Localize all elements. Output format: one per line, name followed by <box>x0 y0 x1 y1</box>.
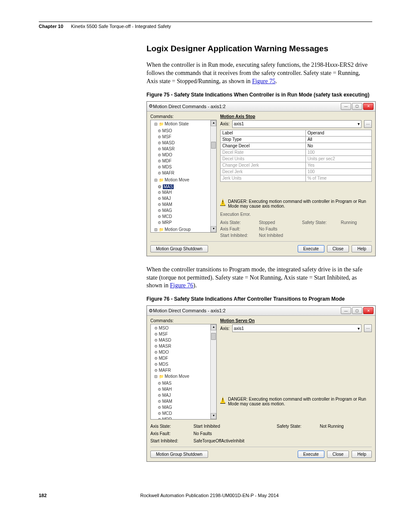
help-button[interactable]: Help <box>352 451 372 458</box>
intro-paragraph-1: When the controller is in Run mode, exec… <box>146 61 372 86</box>
tree-item[interactable]: MAG <box>156 404 216 411</box>
minimize-button[interactable]: — <box>341 307 351 314</box>
chevron-down-icon: ▾ <box>358 326 360 331</box>
close-button[interactable]: ✕ <box>363 307 374 314</box>
scroll-up-icon[interactable]: ▴ <box>211 324 216 330</box>
axis-combobox[interactable]: axis1 ▾ <box>232 120 361 128</box>
tree-item[interactable]: MSF <box>153 331 216 337</box>
warning-icon: ! <box>220 199 225 206</box>
tree-item[interactable]: MAFR <box>153 367 216 373</box>
chapter-label: Chapter 10 <box>39 24 63 29</box>
tree-folder-motion-state[interactable]: Motion State MSO MSF MASD MASR MDO MDF M… <box>153 121 216 177</box>
tree-item[interactable]: MDS <box>153 361 216 367</box>
tree-item[interactable]: MASR <box>156 146 216 152</box>
chevron-down-icon: ▾ <box>358 121 360 126</box>
chapter-title: Kinetix 5500 Safe Torque-off - Integrate… <box>71 24 171 29</box>
maximize-button[interactable]: ▢ <box>352 103 362 110</box>
tree-folder-motion-group[interactable]: Motion Group MGS MGSD MGSR MGSP MAW <box>153 227 216 233</box>
tree-item[interactable]: MRP <box>156 417 216 420</box>
tree-item[interactable]: MAS <box>156 380 216 386</box>
danger-warning: ! DANGER: Executing motion command with … <box>220 397 372 406</box>
tree-item[interactable]: MAM <box>156 202 216 208</box>
tree-item[interactable]: MASR <box>153 343 216 349</box>
motion-group-shutdown-button[interactable]: Motion Group Shutdown <box>150 245 208 252</box>
tree-item[interactable]: MDO <box>156 152 216 158</box>
panel-heading: Motion Servo On <box>220 318 372 323</box>
tree-item[interactable]: MAH <box>156 190 216 196</box>
dialog-titlebar: ⚙ Motion Direct Commands - axis1:2 — ▢ ✕ <box>147 306 375 316</box>
dialog-title: Motion Direct Commands - axis1:2 <box>153 308 341 313</box>
axis-combobox[interactable]: axis1 ▾ <box>232 324 361 332</box>
scroll-up-icon[interactable]: ▴ <box>211 120 216 126</box>
tree-item[interactable]: MAG <box>156 208 216 214</box>
axis-label: Axis: <box>220 121 230 126</box>
tree-scrollbar[interactable]: ▴ ▾ <box>210 120 216 232</box>
panel-heading: Motion Axis Stop <box>220 114 372 119</box>
minimize-button[interactable]: — <box>341 103 351 110</box>
commands-label: Commands: <box>150 318 217 323</box>
scroll-thumb[interactable] <box>211 142 216 149</box>
tree-item[interactable]: MCD <box>156 411 216 417</box>
intro-paragraph-2: When the controller transitions to Progr… <box>146 266 372 290</box>
scroll-thumb[interactable] <box>211 333 216 340</box>
gear-icon: ⚙ <box>149 308 153 314</box>
tree-scrollbar[interactable]: ▴ ▾ <box>210 324 216 419</box>
tree-item[interactable]: MASD <box>153 337 216 343</box>
warning-icon: ! <box>220 397 225 404</box>
browse-button[interactable]: … <box>364 120 372 128</box>
tree-item[interactable]: MSO <box>153 325 216 331</box>
execute-button[interactable]: Execute <box>298 245 324 252</box>
tree-item[interactable]: MDO <box>153 349 216 355</box>
tree-item[interactable]: MASD <box>156 140 216 146</box>
motion-direct-commands-dialog-1: ⚙ Motion Direct Commands - axis1:2 — ▢ ✕… <box>146 101 376 256</box>
commands-tree[interactable]: Motion State MSO MSF MASD MASR MDO MDF M… <box>150 120 217 233</box>
motion-direct-commands-dialog-2: ⚙ Motion Direct Commands - axis1:2 — ▢ ✕… <box>146 305 376 462</box>
page-header: Chapter 10 Kinetix 5500 Safe Torque-off … <box>39 24 372 29</box>
tree-folder-motion-move[interactable]: Motion Move ⚙ MAS MAH MAJ MAM MAG MCD MR… <box>153 177 216 227</box>
dialog-title: Motion Direct Commands - axis1:2 <box>153 104 341 109</box>
tree-item[interactable]: MDF <box>156 158 216 164</box>
tree-item[interactable]: MAJ <box>156 196 216 202</box>
gear-icon: ⚙ <box>149 103 153 109</box>
header-rule <box>39 22 372 22</box>
parameter-table: LabelOperand Stop TypeAll Change DecelNo… <box>220 130 372 182</box>
danger-warning: ! DANGER: Executing motion command with … <box>220 199 372 208</box>
maximize-button[interactable]: ▢ <box>352 307 362 314</box>
figure-75-caption: Figure 75 - Safety State Indications Whe… <box>146 92 372 98</box>
tree-item[interactable]: MSF <box>156 134 216 140</box>
commands-label: Commands: <box>150 114 217 119</box>
tree-item[interactable]: MCD <box>156 214 216 220</box>
tree-item[interactable]: MDS <box>156 164 216 170</box>
page-footer: 182 Rockwell Automation Publication 2198… <box>0 484 411 511</box>
execution-error-label: Execution Error. <box>220 212 372 217</box>
section-title: Logix Designer Application Warning Messa… <box>146 44 372 53</box>
axis-label: Axis: <box>220 326 230 331</box>
scroll-down-icon[interactable]: ▾ <box>211 413 216 419</box>
tree-item[interactable]: MRP <box>156 220 216 226</box>
tree-item[interactable]: MSO <box>156 128 216 134</box>
commands-tree[interactable]: MSO MSF MASD MASR MDO MDF MDS MAFR Motio… <box>150 324 217 420</box>
figure-76-caption: Figure 76 - Safety State Indications Aft… <box>146 296 372 302</box>
figure-75-link[interactable]: Figure 75 <box>252 78 275 84</box>
close-dialog-button[interactable]: Close <box>327 245 349 252</box>
publication-id: Rockwell Automation Publication 2198-UM0… <box>140 493 278 498</box>
close-button[interactable]: ✕ <box>363 103 374 110</box>
tree-item[interactable]: MAFR <box>156 170 216 176</box>
help-button[interactable]: Help <box>352 245 372 252</box>
scroll-down-icon[interactable]: ▾ <box>211 226 216 232</box>
browse-button[interactable]: … <box>364 324 372 332</box>
dialog-titlebar: ⚙ Motion Direct Commands - axis1:2 — ▢ ✕ <box>147 102 375 112</box>
figure-76-link[interactable]: Figure 76 <box>170 282 193 289</box>
close-dialog-button[interactable]: Close <box>327 451 349 458</box>
execute-button[interactable]: Execute <box>298 451 324 458</box>
tree-item[interactable]: MAJ <box>156 392 216 398</box>
tree-folder-motion-move[interactable]: Motion Move MAS MAH MAJ MAM MAG MCD MRP <box>153 373 216 420</box>
tree-item-selected[interactable]: ⚙ MAS <box>156 184 216 190</box>
motion-group-shutdown-button[interactable]: Motion Group Shutdown <box>150 451 208 458</box>
page-number: 182 <box>39 493 47 498</box>
tree-item[interactable]: MDF <box>153 355 216 361</box>
tree-item[interactable]: MAM <box>156 398 216 404</box>
tree-item[interactable]: MAH <box>156 386 216 392</box>
